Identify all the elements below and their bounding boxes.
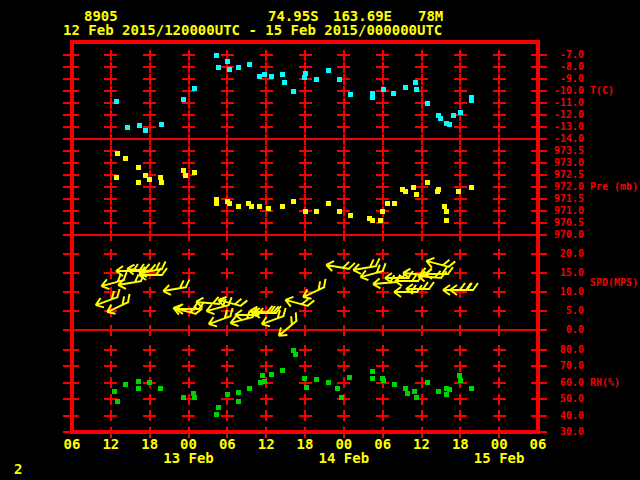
grid-plus xyxy=(459,206,461,217)
data-point-pressure xyxy=(280,204,285,209)
grid-plus xyxy=(188,345,190,356)
data-point-pressure xyxy=(147,177,152,182)
data-point-pressure xyxy=(370,218,375,223)
data-point-temperature xyxy=(262,72,267,77)
data-point-temperature xyxy=(425,101,430,106)
hour-label: 06 xyxy=(56,436,88,452)
grid-plus xyxy=(149,206,151,217)
grid-plus xyxy=(421,110,423,121)
ytick-label-pressure: 971.5 xyxy=(540,193,584,204)
grid-plus xyxy=(226,158,228,169)
grid-plus xyxy=(498,345,500,356)
data-point-temperature xyxy=(414,87,419,92)
data-point-temperature xyxy=(326,68,331,73)
ytick-label-temperature: -12.0 xyxy=(540,109,584,120)
data-point-relative_humidity xyxy=(302,376,307,381)
grid-plus xyxy=(459,170,461,181)
grid-plus xyxy=(382,62,384,73)
grid-plus xyxy=(188,377,190,388)
grid-plus xyxy=(304,194,306,205)
data-point-temperature xyxy=(447,122,452,127)
grid-plus xyxy=(421,182,423,193)
grid-plus xyxy=(421,158,423,169)
data-point-relative_humidity xyxy=(136,379,141,384)
axis-tick-left xyxy=(63,174,79,176)
grid-plus xyxy=(149,50,151,61)
axis-unit-label-temperature: T(C) xyxy=(590,85,614,96)
grid-plus xyxy=(188,361,190,372)
grid-plus xyxy=(304,50,306,61)
data-point-pressure xyxy=(227,201,232,206)
grid-plus xyxy=(188,194,190,205)
data-point-relative_humidity xyxy=(405,391,410,396)
data-point-relative_humidity xyxy=(236,399,241,404)
data-point-relative_humidity xyxy=(158,386,163,391)
grid-plus xyxy=(421,394,423,405)
grid-plus xyxy=(226,268,228,279)
data-point-relative_humidity xyxy=(147,380,152,385)
axis-tick-left xyxy=(63,162,79,164)
data-point-relative_humidity xyxy=(260,373,265,378)
grid-plus xyxy=(188,206,190,217)
data-point-pressure xyxy=(444,218,449,223)
grid-plus xyxy=(304,361,306,372)
grid-plus xyxy=(498,110,500,121)
data-point-relative_humidity xyxy=(293,352,298,357)
grid-plus xyxy=(498,50,500,61)
grid-plus xyxy=(265,194,267,205)
grid-plus xyxy=(382,361,384,372)
ytick-label-relative_humidity: 50.0 xyxy=(540,393,584,404)
grid-plus xyxy=(265,361,267,372)
grid-plus xyxy=(110,410,112,421)
data-point-relative_humidity xyxy=(181,395,186,400)
data-point-pressure xyxy=(414,192,419,197)
data-point-relative_humidity xyxy=(335,386,340,391)
data-point-pressure xyxy=(392,201,397,206)
axis-tick-left xyxy=(63,253,79,255)
grid-plus xyxy=(304,134,306,145)
grid-plus xyxy=(110,394,112,405)
data-point-pressure xyxy=(192,170,197,175)
data-point-temperature xyxy=(469,98,474,103)
data-point-relative_humidity xyxy=(425,380,430,385)
grid-plus xyxy=(343,50,345,61)
axis-tick-left xyxy=(63,431,79,433)
grid-plus xyxy=(110,134,112,145)
grid-plus xyxy=(226,249,228,260)
data-point-relative_humidity xyxy=(304,385,309,390)
grid-plus xyxy=(265,394,267,405)
grid-plus xyxy=(226,122,228,133)
ytick-label-temperature: -11.0 xyxy=(540,97,584,108)
grid-plus xyxy=(149,410,151,421)
axis-unit-label-relative_humidity: RH(%) xyxy=(590,377,620,388)
grid-plus xyxy=(226,170,228,181)
grid-plus xyxy=(149,194,151,205)
grid-plus xyxy=(188,410,190,421)
grid-plus xyxy=(498,287,500,298)
data-point-temperature xyxy=(227,67,232,72)
data-point-relative_humidity xyxy=(115,399,120,404)
grid-plus xyxy=(110,74,112,85)
grid-plus xyxy=(421,86,423,97)
data-point-temperature xyxy=(458,110,463,115)
grid-plus xyxy=(459,306,461,317)
grid-plus xyxy=(304,110,306,121)
axis-tick-left xyxy=(63,329,79,331)
grid-plus xyxy=(110,158,112,169)
axis-unit-label-wind_speed: SPD(MPS) xyxy=(590,277,638,288)
grid-plus xyxy=(188,86,190,97)
grid-plus xyxy=(421,146,423,157)
grid-plus xyxy=(459,146,461,157)
grid-plus xyxy=(343,361,345,372)
grid-plus xyxy=(265,410,267,421)
grid-plus xyxy=(110,98,112,109)
grid-plus xyxy=(188,218,190,229)
axis-tick-left xyxy=(63,222,79,224)
grid-plus xyxy=(343,158,345,169)
axis-tick-left xyxy=(63,66,79,68)
data-point-pressure xyxy=(159,180,164,185)
grid-plus xyxy=(265,86,267,97)
grid-plus xyxy=(188,230,190,241)
data-point-pressure xyxy=(411,185,416,190)
grid-plus xyxy=(265,98,267,109)
